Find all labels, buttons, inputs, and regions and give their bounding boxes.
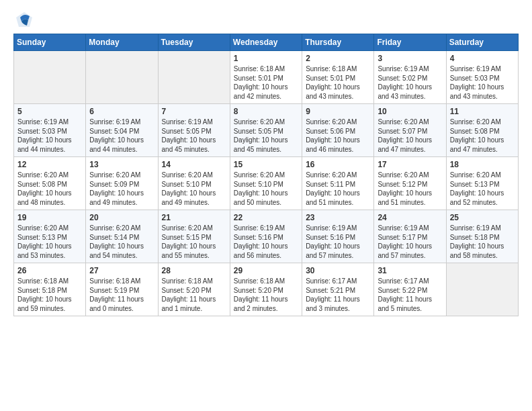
day-info: Sunrise: 6:20 AMSunset: 5:06 PMDaylight:… <box>306 118 370 154</box>
week-row-5: 26Sunrise: 6:18 AMSunset: 5:18 PMDayligh… <box>14 263 519 316</box>
day-info: Sunrise: 6:17 AMSunset: 5:21 PMDaylight:… <box>306 277 370 313</box>
calendar-cell: 14Sunrise: 6:20 AMSunset: 5:10 PMDayligh… <box>158 157 230 210</box>
day-info: Sunrise: 6:19 AMSunset: 5:03 PMDaylight:… <box>17 118 82 154</box>
day-info: Sunrise: 6:19 AMSunset: 5:16 PMDaylight:… <box>306 224 370 260</box>
day-number: 3 <box>378 54 442 63</box>
day-info: Sunrise: 6:18 AMSunset: 5:01 PMDaylight:… <box>306 64 370 101</box>
day-info: Sunrise: 6:19 AMSunset: 5:02 PMDaylight:… <box>378 64 442 101</box>
calendar-cell: 10Sunrise: 6:20 AMSunset: 5:07 PMDayligh… <box>374 104 446 157</box>
day-header-monday: Monday <box>86 34 158 51</box>
day-number: 29 <box>234 266 298 275</box>
day-info: Sunrise: 6:19 AMSunset: 5:04 PMDaylight:… <box>89 118 154 154</box>
day-number: 13 <box>89 160 154 169</box>
calendar-cell: 22Sunrise: 6:19 AMSunset: 5:16 PMDayligh… <box>230 210 302 263</box>
day-info: Sunrise: 6:17 AMSunset: 5:22 PMDaylight:… <box>378 277 442 313</box>
day-info: Sunrise: 6:20 AMSunset: 5:08 PMDaylight:… <box>17 171 82 207</box>
header-row: SundayMondayTuesdayWednesdayThursdayFrid… <box>14 34 519 51</box>
calendar-cell: 11Sunrise: 6:20 AMSunset: 5:08 PMDayligh… <box>446 104 518 157</box>
calendar-cell <box>158 51 230 104</box>
day-header-friday: Friday <box>374 34 446 51</box>
calendar-cell: 3Sunrise: 6:19 AMSunset: 5:02 PMDaylight… <box>374 51 446 104</box>
week-row-1: 1Sunrise: 6:18 AMSunset: 5:01 PMDaylight… <box>14 51 519 104</box>
calendar-cell: 8Sunrise: 6:20 AMSunset: 5:05 PMDaylight… <box>230 104 302 157</box>
calendar-cell: 17Sunrise: 6:20 AMSunset: 5:12 PMDayligh… <box>374 157 446 210</box>
calendar-cell: 16Sunrise: 6:20 AMSunset: 5:11 PMDayligh… <box>302 157 374 210</box>
day-info: Sunrise: 6:20 AMSunset: 5:12 PMDaylight:… <box>378 171 442 207</box>
calendar-cell: 25Sunrise: 6:19 AMSunset: 5:18 PMDayligh… <box>446 210 518 263</box>
day-number: 16 <box>306 160 370 169</box>
calendar-cell: 30Sunrise: 6:17 AMSunset: 5:21 PMDayligh… <box>302 263 374 316</box>
calendar-page: SundayMondayTuesdayWednesdayThursdayFrid… <box>0 0 532 327</box>
day-info: Sunrise: 6:19 AMSunset: 5:18 PMDaylight:… <box>450 224 515 260</box>
day-info: Sunrise: 6:20 AMSunset: 5:05 PMDaylight:… <box>234 118 298 154</box>
day-info: Sunrise: 6:20 AMSunset: 5:13 PMDaylight:… <box>450 171 515 207</box>
day-number: 1 <box>234 54 298 63</box>
calendar-cell: 31Sunrise: 6:17 AMSunset: 5:22 PMDayligh… <box>374 263 446 316</box>
week-row-4: 19Sunrise: 6:20 AMSunset: 5:13 PMDayligh… <box>14 210 519 263</box>
calendar-cell: 21Sunrise: 6:20 AMSunset: 5:15 PMDayligh… <box>158 210 230 263</box>
day-number: 5 <box>17 107 82 116</box>
calendar-cell: 13Sunrise: 6:20 AMSunset: 5:09 PMDayligh… <box>86 157 158 210</box>
day-info: Sunrise: 6:18 AMSunset: 5:01 PMDaylight:… <box>234 64 298 101</box>
logo <box>13 11 34 26</box>
day-number: 12 <box>17 160 82 169</box>
day-number: 19 <box>17 213 82 222</box>
calendar-cell: 28Sunrise: 6:18 AMSunset: 5:20 PMDayligh… <box>158 263 230 316</box>
day-number: 6 <box>89 107 154 116</box>
calendar-cell: 15Sunrise: 6:20 AMSunset: 5:10 PMDayligh… <box>230 157 302 210</box>
day-info: Sunrise: 6:19 AMSunset: 5:16 PMDaylight:… <box>234 224 298 260</box>
calendar-cell: 4Sunrise: 6:19 AMSunset: 5:03 PMDaylight… <box>446 51 518 104</box>
day-info: Sunrise: 6:19 AMSunset: 5:17 PMDaylight:… <box>378 224 442 260</box>
day-number: 28 <box>162 266 226 275</box>
calendar-cell: 12Sunrise: 6:20 AMSunset: 5:08 PMDayligh… <box>14 157 86 210</box>
day-number: 30 <box>306 266 370 275</box>
day-header-saturday: Saturday <box>446 34 518 51</box>
day-info: Sunrise: 6:18 AMSunset: 5:18 PMDaylight:… <box>17 277 82 313</box>
day-header-sunday: Sunday <box>14 34 86 51</box>
day-number: 18 <box>450 160 515 169</box>
day-info: Sunrise: 6:20 AMSunset: 5:10 PMDaylight:… <box>162 171 226 207</box>
calendar-cell: 24Sunrise: 6:19 AMSunset: 5:17 PMDayligh… <box>374 210 446 263</box>
calendar-cell: 2Sunrise: 6:18 AMSunset: 5:01 PMDaylight… <box>302 51 374 104</box>
day-info: Sunrise: 6:20 AMSunset: 5:09 PMDaylight:… <box>89 171 154 207</box>
week-row-3: 12Sunrise: 6:20 AMSunset: 5:08 PMDayligh… <box>14 157 519 210</box>
calendar-cell <box>446 263 518 316</box>
day-info: Sunrise: 6:20 AMSunset: 5:11 PMDaylight:… <box>306 171 370 207</box>
day-info: Sunrise: 6:20 AMSunset: 5:10 PMDaylight:… <box>234 171 298 207</box>
calendar-cell: 5Sunrise: 6:19 AMSunset: 5:03 PMDaylight… <box>14 104 86 157</box>
day-info: Sunrise: 6:19 AMSunset: 5:03 PMDaylight:… <box>450 64 515 101</box>
calendar-table: SundayMondayTuesdayWednesdayThursdayFrid… <box>13 34 519 316</box>
day-info: Sunrise: 6:20 AMSunset: 5:13 PMDaylight:… <box>17 224 82 260</box>
calendar-cell <box>14 51 86 104</box>
header <box>13 11 519 26</box>
calendar-cell: 19Sunrise: 6:20 AMSunset: 5:13 PMDayligh… <box>14 210 86 263</box>
day-number: 7 <box>162 107 226 116</box>
day-number: 21 <box>162 213 226 222</box>
calendar-cell: 7Sunrise: 6:19 AMSunset: 5:05 PMDaylight… <box>158 104 230 157</box>
day-number: 11 <box>450 107 515 116</box>
day-number: 26 <box>17 266 82 275</box>
calendar-cell: 29Sunrise: 6:18 AMSunset: 5:20 PMDayligh… <box>230 263 302 316</box>
calendar-cell: 6Sunrise: 6:19 AMSunset: 5:04 PMDaylight… <box>86 104 158 157</box>
day-info: Sunrise: 6:20 AMSunset: 5:08 PMDaylight:… <box>450 118 515 154</box>
day-number: 27 <box>89 266 154 275</box>
day-number: 23 <box>306 213 370 222</box>
day-header-thursday: Thursday <box>302 34 374 51</box>
day-number: 9 <box>306 107 370 116</box>
day-number: 17 <box>378 160 442 169</box>
calendar-cell: 1Sunrise: 6:18 AMSunset: 5:01 PMDaylight… <box>230 51 302 104</box>
day-number: 10 <box>378 107 442 116</box>
calendar-cell: 18Sunrise: 6:20 AMSunset: 5:13 PMDayligh… <box>446 157 518 210</box>
day-number: 2 <box>306 54 370 63</box>
logo-icon <box>15 11 34 30</box>
day-number: 4 <box>450 54 515 63</box>
day-info: Sunrise: 6:18 AMSunset: 5:20 PMDaylight:… <box>162 277 226 313</box>
week-row-2: 5Sunrise: 6:19 AMSunset: 5:03 PMDaylight… <box>14 104 519 157</box>
day-number: 14 <box>162 160 226 169</box>
day-number: 15 <box>234 160 298 169</box>
day-number: 20 <box>89 213 154 222</box>
day-info: Sunrise: 6:19 AMSunset: 5:05 PMDaylight:… <box>162 118 226 154</box>
day-number: 22 <box>234 213 298 222</box>
calendar-cell: 26Sunrise: 6:18 AMSunset: 5:18 PMDayligh… <box>14 263 86 316</box>
calendar-cell: 9Sunrise: 6:20 AMSunset: 5:06 PMDaylight… <box>302 104 374 157</box>
